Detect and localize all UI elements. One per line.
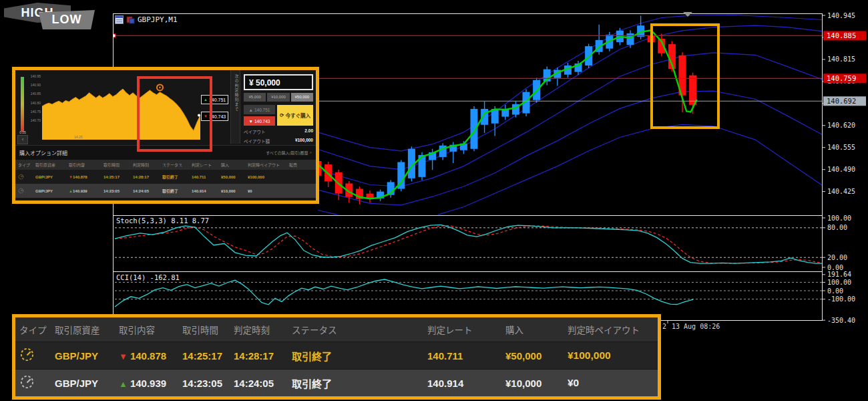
cci-tick: -100.00 xyxy=(827,295,855,303)
entry-cell: ▲140.939 xyxy=(69,189,103,193)
stoch-tick: 80.00 xyxy=(827,224,847,231)
cci-tick: -350.40 xyxy=(827,317,855,324)
price-tick: 140.490 xyxy=(827,166,855,173)
column-header: 取引内容 xyxy=(119,323,182,336)
time-axis-label: 2 xyxy=(662,323,666,330)
asset-cell: GBP/JPY xyxy=(35,189,69,193)
rate-cell: 140.711 xyxy=(427,350,505,362)
quick-amount-button[interactable]: ¥10,000 xyxy=(267,93,289,102)
stoch-tick: 0.00 xyxy=(827,264,843,271)
spread-value: 0.05 xyxy=(15,130,30,134)
inset-vertical-tab[interactable]: 次の判定時刻まで xyxy=(230,70,240,144)
expiry-time-cell: 14:28:17 xyxy=(133,175,162,179)
down-arrow-icon: ▼ xyxy=(249,119,253,124)
inset-price-label: 140.95 xyxy=(29,74,41,83)
highlight-box-chart xyxy=(650,23,720,129)
trade-row[interactable]: GBP/JPY▼140.87814:25:1714:28:17取引終了140.7… xyxy=(15,342,658,369)
column-header: 判定時刻 xyxy=(133,162,162,168)
price-tick: 140.620 xyxy=(827,122,855,129)
expiry-time-cell: 14:28:17 xyxy=(234,350,292,362)
inset-price-axis: 140.95140.90140.85140.80140.75140.70 xyxy=(29,74,41,127)
entry-cell: ▼140.878 xyxy=(119,350,182,362)
chart-profile-icon xyxy=(115,15,124,24)
trade-time-cell: 14:23:05 xyxy=(103,189,133,193)
collapse-button[interactable]: ‹ xyxy=(17,135,28,144)
trade-type-cell xyxy=(18,188,35,194)
status-cell: 取引終了 xyxy=(162,188,192,194)
trade-row[interactable]: GBP/JPY▲140.93914:23:0514:24:05取引終了140.9… xyxy=(15,369,658,396)
high-button[interactable]: ▲ 140.751 xyxy=(244,105,275,114)
time-axis-label: 13 Aug 08:26 xyxy=(672,323,720,330)
stake-cell: ¥10,000 xyxy=(505,378,568,389)
price-direction-gauge xyxy=(21,77,24,132)
rate-cell: 140.711 xyxy=(192,175,221,179)
payout-amount-row: ペイアウト額 ¥100,000 xyxy=(244,138,313,144)
table-header-row: タイプ取引原資産取引内容取引時間判定時刻ステータス判定レート購入判定時ペイアウト… xyxy=(15,160,316,170)
down-arrow-icon: ▼ xyxy=(69,175,73,179)
asset-cell: GBP/JPY xyxy=(35,175,69,179)
order-panel: ¥ 50,000 ¥5,000¥10,000¥50,000 ▲ 140.751 … xyxy=(244,74,313,144)
highlight-box-inset xyxy=(137,76,212,152)
chart-template-icon xyxy=(126,15,135,24)
payout-cell: ¥0 xyxy=(248,189,289,193)
column-header: 判定時ペイアウト xyxy=(248,162,289,168)
quick-amount-button[interactable]: ¥5,000 xyxy=(244,93,266,102)
history-row[interactable]: GBP/JPY▲140.93914:23:0514:24:05取引終了140.9… xyxy=(15,184,316,198)
inset-price-label: 140.85 xyxy=(29,92,41,100)
payout-cell: ¥100,000 xyxy=(248,175,289,179)
column-header: 判定レート xyxy=(192,162,221,168)
up-arrow-icon: ▲ xyxy=(119,379,128,389)
highlow-platform-inset: 0.05 ‹ 140.95140.90140.85140.80140.75140… xyxy=(12,67,319,204)
trade-type-cell xyxy=(19,374,55,392)
stake-cell: ¥50,000 xyxy=(505,350,568,362)
turbo-trade-icon xyxy=(18,174,24,180)
low-button[interactable]: ▼ 140.743 xyxy=(244,116,275,126)
column-header: 転売 xyxy=(289,162,316,168)
asset-cell: GBP/JPY xyxy=(55,350,119,362)
cci-line xyxy=(115,279,693,307)
band-line-4 xyxy=(318,124,823,223)
chart-title-bar: GBPJPY,M1 xyxy=(115,15,178,24)
expiry-time-cell: 14:24:05 xyxy=(133,189,162,193)
history-title: 購入オプション詳細 xyxy=(19,149,67,156)
price-badge-text: 140.759 xyxy=(827,74,856,82)
trade-time-cell: 14:25:17 xyxy=(182,350,234,362)
trade-time-cell: 14:23:05 xyxy=(182,378,234,389)
stoch-tick: 20.00 xyxy=(827,254,847,261)
trade-type-cell xyxy=(18,174,35,180)
history-filter[interactable]: すべての購入(取引)履歴 ⌕ xyxy=(266,150,312,156)
table-header-row: タイプ取引原資産取引内容取引時間判定時刻ステータス判定レート購入判定時ペイアウト xyxy=(15,317,658,342)
trade-history-table: タイプ取引原資産取引内容取引時間判定時刻ステータス判定レート購入判定時ペイアウト… xyxy=(12,314,661,400)
column-header: 判定時刻 xyxy=(234,323,292,336)
quick-amount-buttons: ¥5,000¥10,000¥50,000 xyxy=(244,93,313,102)
price-tick: 140.555 xyxy=(827,144,855,151)
down-arrow-icon: ▼ xyxy=(119,352,128,362)
buy-now-button[interactable]: 今すぐ購入 xyxy=(277,105,313,126)
status-cell: 取引終了 xyxy=(292,376,427,390)
up-arrow-icon: ▲ xyxy=(69,189,73,193)
history-row[interactable]: GBP/JPY▼140.87814:25:1714:28:17取引終了140.7… xyxy=(15,170,316,184)
quick-amount-button[interactable]: ¥50,000 xyxy=(291,93,313,102)
column-header: タイプ xyxy=(18,162,35,168)
highlow-logo: HIGH LOW xyxy=(0,0,97,32)
price-tick: 140.425 xyxy=(827,188,855,195)
stake-cell: ¥10,000 xyxy=(221,189,248,193)
stochastic-panel xyxy=(115,225,823,263)
logo-low-text: LOW xyxy=(39,10,95,29)
rate-cell: 140.914 xyxy=(427,378,505,389)
stoch-tick: 100.00 xyxy=(827,215,851,222)
payout-cell: ¥100,000 xyxy=(568,350,658,362)
payout-rate-row: ペイアウト 2.00 xyxy=(244,128,313,135)
column-header: タイプ xyxy=(19,323,55,336)
column-header: 取引時間 xyxy=(182,323,234,336)
inset-time-axis-label: 14:25 xyxy=(74,135,83,139)
asset-cell: GBP/JPY xyxy=(55,378,119,389)
rate-cell: 140.914 xyxy=(192,189,221,193)
column-header: 取引原資産 xyxy=(35,162,69,168)
amount-input[interactable]: ¥ 50,000 xyxy=(244,74,313,90)
column-header: 取引時間 xyxy=(103,162,133,168)
inset-price-label: 140.75 xyxy=(29,110,41,118)
column-header: ステータス xyxy=(292,323,427,336)
cci-label: CCI(14) -162.81 xyxy=(116,273,180,281)
inset-history-table: タイプ取引原資産取引内容取引時間判定時刻ステータス判定レート購入判定時ペイアウト… xyxy=(15,160,316,198)
